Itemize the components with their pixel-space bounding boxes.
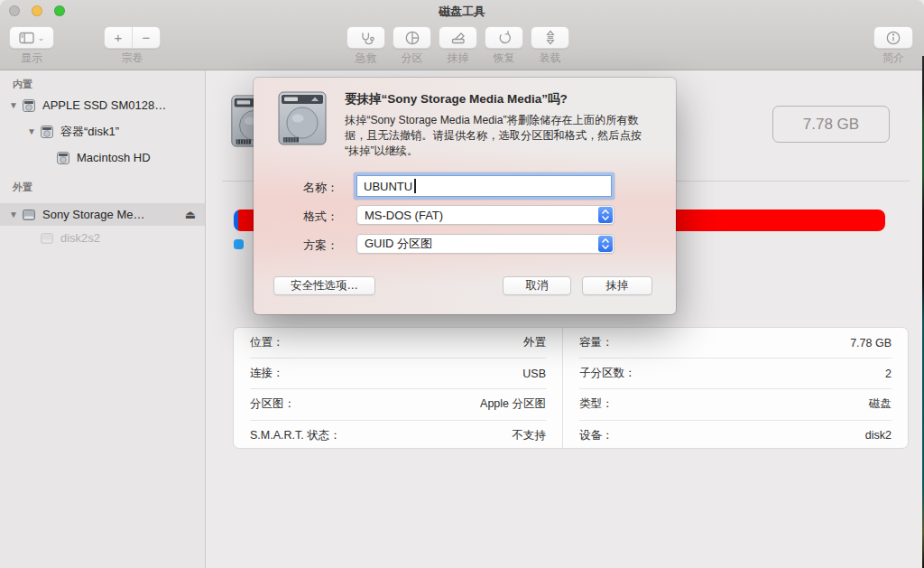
info-row: 类型： 磁盘	[579, 389, 892, 420]
erase-dialog: 要抹掉“Sony Storage Media Media”吗? 抹掉“Sony …	[254, 78, 676, 314]
sidebar-item-disk2s2[interactable]: disk2s2	[0, 227, 205, 249]
scheme-select[interactable]: GUID 分区图	[356, 234, 614, 254]
info-row: 分区图： Apple 分区图	[250, 389, 546, 420]
info-row: S.M.A.R.T. 状态： 不支持	[250, 421, 546, 451]
sidebar-item-label: APPLE SSD SM0128…	[42, 98, 166, 112]
info-label: 简介	[873, 51, 913, 66]
mount-button[interactable]	[531, 26, 569, 49]
disk-drive-icon	[273, 89, 331, 147]
mount-label: 装载	[531, 51, 569, 66]
info-label: 位置：	[250, 335, 284, 350]
legend-dot-icon	[234, 239, 244, 249]
cancel-button[interactable]: 取消	[503, 276, 571, 295]
eject-icon[interactable]: ⏏	[185, 208, 196, 221]
info-value: 7.78 GB	[850, 337, 892, 349]
info-row: 位置： 外置	[250, 328, 546, 358]
volume-add-remove-group: + −	[104, 26, 161, 49]
sidebar-item-sony-storage[interactable]: ▼ Sony Storage Me… ⏏	[0, 203, 205, 226]
disk-size-badge: 7.78 GB	[772, 106, 890, 143]
sidebar-external-header: 外置	[13, 181, 32, 194]
name-input[interactable]	[356, 175, 612, 197]
disclosure-triangle-icon[interactable]: ▼	[23, 126, 40, 136]
disk-utility-window: { "window": { "title": "磁盘工具" }, "toolba…	[0, 0, 924, 568]
security-options-button[interactable]: 安全性选项…	[273, 276, 375, 295]
info-circle-icon	[885, 30, 901, 46]
format-field-label: 格式：	[254, 209, 338, 225]
name-field-label: 名称：	[254, 180, 338, 196]
sidebar-item-label: disk2s2	[60, 231, 100, 245]
info-value: 不支持	[513, 428, 547, 443]
sidebar-item-label: Sony Storage Me…	[42, 208, 144, 221]
info-column-right: 容量： 7.78 GB 子分区数： 2 类型： 磁盘 设备： disk2	[562, 328, 908, 448]
sidebar-item-apple-ssd[interactable]: ▼ APPLE SSD SM0128…	[0, 94, 205, 116]
stethoscope-icon	[358, 31, 374, 45]
dialog-body-text: 抹掉“Sony Storage Media Media”将删除储存在上面的所有数…	[345, 113, 656, 159]
info-value: USB	[522, 368, 546, 380]
chevron-down-icon: ⌄	[38, 33, 45, 42]
info-value: 外置	[523, 335, 546, 350]
internal-disk-icon	[40, 125, 54, 139]
popup-stepper-icon	[598, 236, 613, 252]
eraser-icon	[450, 31, 467, 45]
partition-pie-icon	[404, 30, 420, 46]
partition-label: 分区	[393, 51, 431, 66]
sidebar-layout-icon	[19, 32, 34, 44]
scheme-selected-value: GUID 分区图	[365, 236, 432, 252]
info-row: 设备： disk2	[579, 421, 892, 451]
titlebar-toolbar: 磁盘工具 ⌄ 显示 + − 宗卷 急救 分区 抹掉	[0, 0, 924, 70]
disclosure-triangle-icon[interactable]: ▼	[5, 100, 22, 110]
add-volume-button[interactable]: +	[105, 27, 133, 48]
info-label: 设备：	[579, 428, 614, 443]
info-label: 类型：	[579, 396, 614, 412]
dialog-title: 要抹掉“Sony Storage Media Media”吗?	[345, 91, 661, 107]
info-button[interactable]	[873, 26, 913, 49]
info-column-left: 位置： 外置 连接： USB 分区图： Apple 分区图 S.M.A.R.T.…	[234, 328, 562, 448]
restore-arrow-icon	[496, 30, 513, 45]
info-row: 容量： 7.78 GB	[579, 328, 892, 358]
external-disk-icon	[22, 208, 36, 222]
erase-confirm-button[interactable]: 抹掉	[582, 276, 652, 295]
erase-toolbar-button[interactable]	[439, 26, 477, 49]
info-value: disk2	[865, 429, 892, 442]
erase-toolbar-label: 抹掉	[439, 51, 477, 66]
info-value: 2	[885, 368, 892, 380]
sidebar-item-container-disk1[interactable]: ▼ 容器“disk1”	[0, 120, 205, 143]
disclosure-triangle-icon[interactable]: ▼	[5, 210, 22, 219]
first-aid-label: 急救	[346, 51, 385, 66]
window-title: 磁盘工具	[0, 4, 924, 20]
info-label: S.M.A.R.T. 状态：	[250, 428, 341, 443]
info-label: 分区图：	[250, 396, 295, 412]
disk-info-panel: 位置： 外置 连接： USB 分区图： Apple 分区图 S.M.A.R.T.…	[233, 327, 909, 449]
info-row: 子分区数： 2	[579, 358, 892, 389]
restore-button[interactable]	[485, 26, 523, 49]
info-label: 子分区数：	[579, 366, 636, 381]
popup-stepper-icon	[598, 207, 613, 223]
restore-label: 恢复	[485, 51, 523, 66]
info-label: 容量：	[579, 335, 614, 350]
volume-icon	[40, 231, 54, 246]
view-label: 显示	[9, 51, 54, 66]
scheme-field-label: 方案：	[254, 237, 338, 254]
text-caret	[414, 179, 416, 193]
volume-label: 宗卷	[104, 51, 161, 66]
sidebar-internal-header: 内置	[13, 78, 32, 91]
format-selected-value: MS-DOS (FAT)	[365, 209, 443, 222]
first-aid-button[interactable]	[346, 26, 385, 49]
internal-disk-icon	[56, 151, 70, 165]
format-select[interactable]: MS-DOS (FAT)	[356, 205, 614, 225]
remove-volume-button[interactable]: −	[133, 27, 160, 48]
info-label: 连接：	[250, 366, 284, 381]
internal-disk-icon	[22, 98, 36, 113]
mount-icon	[543, 30, 558, 45]
info-row: 连接： USB	[250, 358, 546, 389]
sidebar-item-label: Macintosh HD	[77, 151, 151, 164]
partition-button[interactable]	[393, 26, 431, 49]
sidebar-item-macintosh-hd[interactable]: Macintosh HD	[0, 146, 205, 169]
info-value: Apple 分区图	[480, 396, 546, 412]
sidebar: 内置 ▼ APPLE SSD SM0128… ▼ 容器“disk1” Macin…	[0, 70, 206, 568]
info-value: 磁盘	[869, 396, 892, 412]
view-button[interactable]: ⌄	[9, 26, 54, 49]
sidebar-item-label: 容器“disk1”	[60, 124, 119, 140]
